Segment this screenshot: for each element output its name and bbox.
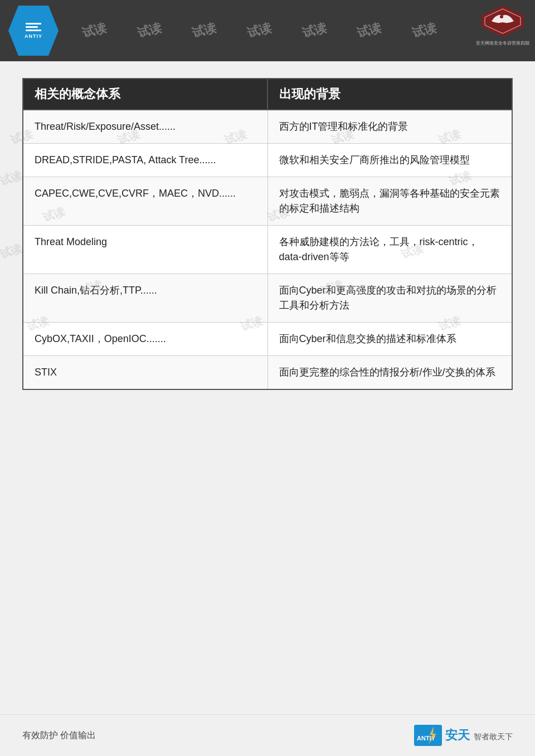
col1-header: 相关的概念体系 (23, 79, 268, 110)
row1-col1: Threat/Risk/Exposure/Asset...... (23, 110, 268, 144)
row6-col1: CybOX,TAXII，OpenIOC....... (23, 323, 268, 356)
footer-logo-icon: ANTIY (414, 725, 442, 746)
svg-point-2 (500, 15, 503, 18)
header-watermark-7: 试读 (410, 19, 438, 42)
row4-col2: 各种威胁建模的方法论，工具，risk-centric，data-driven等等 (268, 226, 512, 274)
footer-slogan-right: 智者敢天下 (474, 732, 513, 741)
row6-col2: 面向Cyber和信息交换的描述和标准体系 (268, 323, 512, 356)
table-row: Threat/Risk/Exposure/Asset...... 西方的IT管理… (23, 110, 512, 144)
table-row: Threat Modeling 各种威胁建模的方法论，工具，risk-centr… (23, 226, 512, 274)
logo-line-3 (26, 30, 41, 31)
row1-col2: 西方的IT管理和标准化的背景 (268, 110, 512, 144)
footer-brand: ANTIY 安天 智者敢天下 (414, 725, 513, 746)
header-watermark-2: 试读 (135, 19, 163, 42)
row5-col1: Kill Chain,钻石分析,TTP...... (23, 274, 268, 323)
footer: 有效防护 价值输出 ANTIY 安天 智者敢天下 (0, 714, 535, 756)
row7-col1: STIX (23, 356, 268, 390)
row3-col1: CAPEC,CWE,CVE,CVRF，MAEC，NVD...... (23, 177, 268, 226)
footer-brand-text: 安天 智者敢天下 (445, 727, 513, 744)
table-row: STIX 面向更完整的综合性的情报分析/作业/交换的体系 (23, 356, 512, 390)
wm-6: 试读 (0, 168, 24, 189)
logo-line-1 (26, 23, 41, 25)
header-watermark-5: 试读 (300, 19, 328, 42)
table-row: DREAD,STRIDE,PASTA, Attack Tree...... 微软… (23, 144, 512, 177)
header-watermark-3: 试读 (190, 19, 218, 42)
header-watermarks-container: 试读 试读 试读 试读 试读 试读 试读 (0, 0, 535, 61)
row4-col1: Threat Modeling (23, 226, 268, 274)
table-row: Kill Chain,钻石分析,TTP...... 面向Cyber和更高强度的攻… (23, 274, 512, 323)
row2-col2: 微软和相关安全厂商所推出的风险管理模型 (268, 144, 512, 177)
antiy-logo: ANTIY (8, 6, 59, 56)
footer-brand-name: 安天 (445, 728, 470, 742)
row2-col1: DREAD,STRIDE,PASTA, Attack Tree...... (23, 144, 268, 177)
logo-lines (26, 23, 41, 31)
header-watermark-6: 试读 (355, 19, 383, 42)
table-header-row: 相关的概念体系 出现的背景 (23, 79, 512, 110)
table-row: CybOX,TAXII，OpenIOC....... 面向Cyber和信息交换的… (23, 323, 512, 356)
table-row: CAPEC,CWE,CVE,CVRF，MAEC，NVD...... 对攻击模式，… (23, 177, 512, 226)
row3-col2: 对攻击模式，脆弱点，漏洞等各种基础的安全元素的标定和描述结构 (268, 177, 512, 226)
row5-col2: 面向Cyber和更高强度的攻击和对抗的场景的分析工具和分析方法 (268, 274, 512, 323)
wm-10: 试读 (0, 240, 24, 262)
col2-header: 出现的背景 (268, 79, 512, 110)
logo-label: ANTIY (25, 33, 42, 39)
header: ANTIY 试读 试读 试读 试读 试读 试读 试读 安天网络安全冬训营第四期 (0, 0, 535, 61)
brand-icon (480, 4, 525, 38)
brand-subtitle: 安天网络安全冬训营第四期 (476, 40, 529, 46)
logo-line-2 (26, 26, 38, 28)
top-right-brand: 安天网络安全冬训营第四期 (476, 4, 529, 46)
concept-table: 相关的概念体系 出现的背景 Threat/Risk/Exposure/Asset… (22, 78, 513, 390)
footer-slogan-left: 有效防护 价值输出 (22, 730, 96, 742)
header-watermark-1: 试读 (80, 19, 108, 42)
row7-col2: 面向更完整的综合性的情报分析/作业/交换的体系 (268, 356, 512, 390)
main-content: 试读 试读 试读 试读 试读 试读 试读 试读 试读 试读 试读 试读 试读 试… (0, 61, 535, 407)
header-watermark-4: 试读 (245, 19, 273, 42)
